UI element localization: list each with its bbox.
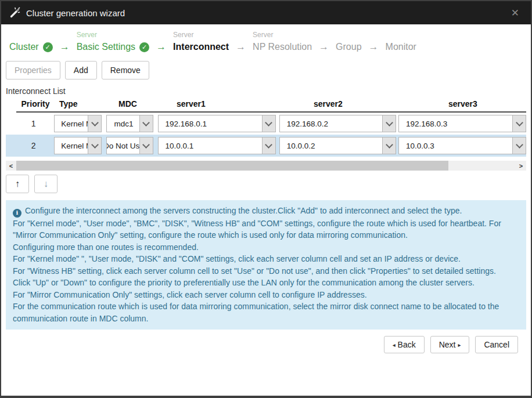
- horizontal-scrollbar[interactable]: < >: [6, 161, 526, 171]
- cancel-button[interactable]: Cancel: [475, 336, 518, 353]
- next-arrow-icon: ▸: [458, 342, 461, 348]
- arrow-right-icon: →: [229, 40, 253, 54]
- next-button[interactable]: Next ▸: [430, 336, 470, 353]
- back-arrow-icon: ◂: [393, 342, 396, 348]
- server3-combo[interactable]: 10.0.0.3: [398, 137, 526, 154]
- table-row[interactable]: 1 Kernel Mode mdc1 192.168.0.1 192.168.0…: [6, 113, 526, 135]
- scrollbar-track[interactable]: [16, 161, 516, 171]
- toolbar: Properties Add Remove: [6, 61, 526, 79]
- priority-value: 2: [17, 141, 49, 150]
- priority-value: 1: [17, 119, 49, 128]
- column-header-server1: server1: [175, 99, 309, 108]
- info-line: For "Kernel mode" ", "User mode, "DISK" …: [13, 253, 519, 265]
- mdc-select[interactable]: Do Not Use: [106, 137, 153, 154]
- check-circle-icon: ✓: [139, 42, 149, 52]
- step-basic-settings-label: Basic Settings: [77, 42, 135, 52]
- move-down-button[interactable]: ↓: [34, 175, 57, 193]
- window-title: Cluster generation wizard: [26, 8, 125, 18]
- info-line: For the communication route which is use…: [13, 301, 519, 324]
- step-monitor[interactable]: Monitor: [386, 30, 416, 54]
- step-np-resolution-label: NP Resolution: [253, 42, 312, 52]
- server1-combo[interactable]: 10.0.0.1: [158, 137, 276, 154]
- dialog-content: Cluster✓ → Server Basic Settings✓ → Serv…: [1, 24, 531, 396]
- step-cluster[interactable]: Cluster✓: [9, 30, 53, 54]
- add-button[interactable]: Add: [65, 61, 97, 79]
- chevron-down-icon[interactable]: [139, 138, 153, 154]
- info-line: Configuring more than one routes is reco…: [13, 241, 519, 254]
- info-line: For "Mirror Communication Only" settings…: [13, 289, 519, 301]
- server2-combo[interactable]: 192.168.0.2: [279, 115, 396, 132]
- column-header-server3: server3: [447, 99, 477, 108]
- title-bar: Cluster generation wizard ✕: [1, 1, 531, 24]
- info-line: Click "Up" or "Down" to configure the pr…: [13, 277, 519, 289]
- step-monitor-label: Monitor: [386, 42, 416, 52]
- reorder-controls: ↑ ↓: [6, 175, 526, 193]
- chevron-down-icon[interactable]: [88, 115, 101, 132]
- info-icon: i: [13, 209, 21, 218]
- type-select[interactable]: Kernel Mode: [54, 115, 102, 132]
- interconnect-list-label: Interconnect List: [6, 86, 526, 96]
- scroll-right-icon[interactable]: >: [516, 161, 526, 171]
- info-line: For "Witness HB" setting, click each ser…: [13, 265, 519, 277]
- back-button[interactable]: ◂ Back: [384, 336, 425, 353]
- table-header: Priority Type MDC server1 server2 server…: [6, 99, 526, 111]
- step-group-label: Group: [336, 42, 361, 52]
- info-line: iConfigure the interconnect among the se…: [13, 205, 519, 218]
- type-select[interactable]: Kernel Mode: [54, 137, 102, 154]
- column-header-server2: server2: [312, 99, 445, 108]
- step-basic-settings[interactable]: Server Basic Settings✓: [77, 30, 149, 54]
- cluster-generation-wizard-dialog: Cluster generation wizard ✕ Cluster✓ → S…: [0, 0, 532, 398]
- chevron-down-icon[interactable]: [382, 115, 396, 132]
- step-interconnect-label: Interconnect: [173, 42, 229, 52]
- close-icon[interactable]: ✕: [508, 7, 523, 19]
- step-interconnect[interactable]: Server Interconnect: [173, 30, 229, 54]
- scroll-left-icon[interactable]: <: [6, 161, 16, 171]
- chevron-down-icon[interactable]: [262, 115, 275, 132]
- info-line: For "Kernel mode", "User mode", "BMC", "…: [13, 218, 519, 241]
- table-row[interactable]: 2 Kernel Mode Do Not Use 10.0.0.1 10.0.0…: [6, 135, 526, 157]
- remove-button[interactable]: Remove: [102, 61, 149, 79]
- server3-combo[interactable]: 192.168.0.3: [398, 115, 526, 132]
- arrow-right-icon: →: [312, 40, 336, 54]
- column-header-priority: Priority: [17, 99, 53, 108]
- step-np-resolution[interactable]: Server NP Resolution: [253, 30, 312, 54]
- chevron-down-icon[interactable]: [382, 138, 396, 154]
- chevron-down-icon[interactable]: [262, 138, 275, 154]
- column-header-mdc: MDC: [117, 99, 171, 108]
- chevron-down-icon[interactable]: [512, 115, 526, 132]
- footer-actions: ◂ Back Next ▸ Cancel: [6, 330, 526, 353]
- chevron-down-icon[interactable]: [139, 115, 153, 132]
- check-circle-icon: ✓: [43, 42, 53, 52]
- step-group[interactable]: Group: [336, 30, 361, 54]
- mdc-select[interactable]: mdc1: [106, 115, 153, 132]
- column-header-type: Type: [58, 99, 113, 108]
- step-cluster-label: Cluster: [9, 42, 39, 52]
- server1-combo[interactable]: 192.168.0.1: [158, 115, 276, 132]
- scrollbar-thumb[interactable]: [16, 161, 448, 171]
- wizard-breadcrumb: Cluster✓ → Server Basic Settings✓ → Serv…: [9, 30, 523, 54]
- chevron-down-icon[interactable]: [512, 138, 526, 154]
- arrow-right-icon: →: [149, 40, 173, 54]
- move-up-button[interactable]: ↑: [6, 175, 29, 193]
- magic-wand-icon: [9, 7, 21, 19]
- server2-combo[interactable]: 10.0.0.2: [279, 137, 396, 154]
- info-box: iConfigure the interconnect among the se…: [6, 200, 526, 330]
- chevron-down-icon[interactable]: [88, 138, 101, 154]
- properties-button[interactable]: Properties: [6, 61, 60, 79]
- arrow-right-icon: →: [53, 40, 77, 54]
- arrow-right-icon: →: [362, 40, 386, 54]
